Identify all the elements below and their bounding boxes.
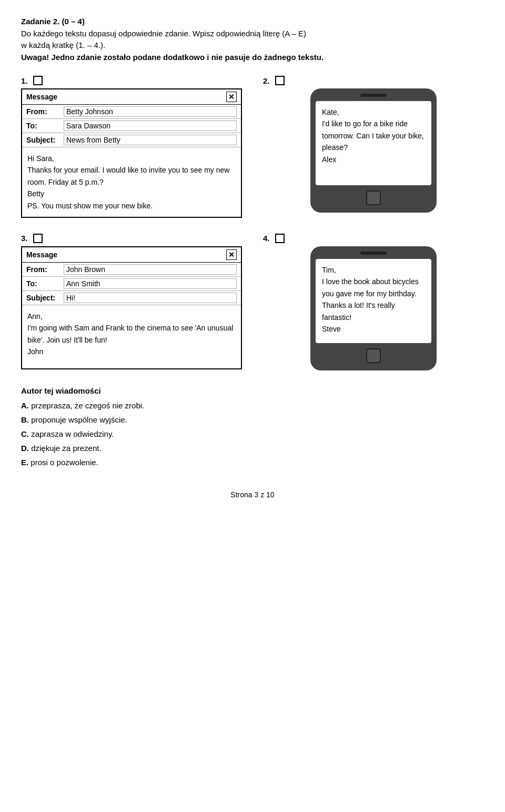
email-fields-1: From: Betty Johnson To: Sara Dawson Subj…	[22, 105, 241, 147]
to-label-3: To:	[26, 279, 60, 288]
email-from-row-3: From: John Brown	[22, 263, 241, 277]
item-3: 3. Message ✕ From: John Brown To: Ann Sm…	[21, 234, 242, 370]
item-1: 1. Message ✕ From: Betty Johnson To: Sar…	[21, 76, 242, 218]
task-warning: Uwaga! Jedno zdanie zostało podane dodat…	[21, 52, 484, 64]
item-2-label: 2.	[263, 76, 484, 85]
email-to-row-3: To: Ann Smith	[22, 277, 241, 291]
phone-outer-4: Tim, I love the book about bicycles you …	[310, 246, 437, 370]
answer-section-title: Autor tej wiadomości	[21, 386, 484, 395]
to-label-1: To:	[26, 122, 60, 130]
email-from-row-1: From: Betty Johnson	[22, 105, 241, 119]
email-fields-3: From: John Brown To: Ann Smith Subject: …	[22, 263, 241, 305]
to-value-3: Ann Smith	[64, 278, 237, 289]
email-title-3: Message	[26, 250, 57, 259]
phone-screen-2: Kate, I'd like to go for a bike ride tom…	[316, 101, 431, 185]
page-footer: Strona 3 z 10	[21, 490, 484, 499]
subject-label-3: Subject:	[26, 294, 60, 302]
email-title-1: Message	[26, 93, 57, 101]
from-label-3: From:	[26, 265, 60, 274]
items-grid: 1. Message ✕ From: Betty Johnson To: Sar…	[21, 76, 484, 370]
item-1-label: 1.	[21, 76, 242, 85]
phone-box-2: Kate, I'd like to go for a bike ride tom…	[263, 88, 484, 213]
answer-d: D. dziękuje za prezent.	[21, 441, 484, 455]
email-header-3: Message ✕	[22, 247, 241, 263]
email-to-row-1: To: Sara Dawson	[22, 119, 241, 133]
email-box-3: Message ✕ From: John Brown To: Ann Smith…	[21, 246, 242, 369]
phone-speaker-2	[360, 94, 387, 97]
phone-home-btn-2[interactable]	[366, 191, 381, 205]
email-subject-row-1: Subject: News from Betty	[22, 133, 241, 147]
email-close-1[interactable]: ✕	[226, 92, 237, 102]
subject-value-3: Hi!	[64, 293, 237, 303]
item-4: 4. Tim, I love the book about bicycles y…	[263, 234, 484, 370]
task-line1: Do każdego tekstu dopasuj odpowiednie zd…	[21, 28, 484, 40]
from-value-3: John Brown	[64, 264, 237, 275]
phone-outer-2: Kate, I'd like to go for a bike ride tom…	[310, 88, 437, 213]
email-body-1: Hi Sara, Thanks for your email. I would …	[22, 147, 241, 217]
email-subject-row-3: Subject: Hi!	[22, 291, 241, 305]
footer-text: Strona 3 z 10	[230, 490, 274, 499]
item-2: 2. Kate, I'd like to go for a bike ride …	[263, 76, 484, 218]
from-label-1: From:	[26, 107, 60, 116]
phone-home-btn-4[interactable]	[366, 348, 381, 363]
task-header: Zadanie 2. (0 – 4) Do każdego tekstu dop…	[21, 16, 484, 63]
item-1-checkbox[interactable]	[33, 76, 43, 85]
answer-c: C. zaprasza w odwiedziny.	[21, 427, 484, 441]
from-value-1: Betty Johnson	[64, 106, 237, 117]
email-header-1: Message ✕	[22, 89, 241, 105]
task-title: Zadanie 2. (0 – 4)	[21, 17, 85, 26]
answer-section: Autor tej wiadomości A. przeprasza, że c…	[21, 386, 484, 469]
item-3-checkbox[interactable]	[33, 234, 43, 243]
item-3-label: 3.	[21, 234, 242, 243]
item-2-checkbox[interactable]	[275, 76, 285, 85]
phone-speaker-4	[360, 252, 387, 255]
answer-list: A. przeprasza, że czegoś nie zrobi. B. p…	[21, 398, 484, 469]
task-line2: w każdą kratkę (1. – 4.).	[21, 39, 484, 52]
phone-screen-4: Tim, I love the book about bicycles you …	[316, 259, 431, 343]
email-box-1: Message ✕ From: Betty Johnson To: Sara D…	[21, 88, 242, 218]
item-4-checkbox[interactable]	[275, 234, 285, 243]
phone-box-4: Tim, I love the book about bicycles you …	[263, 246, 484, 370]
answer-a: A. przeprasza, że czegoś nie zrobi.	[21, 398, 484, 413]
email-body-3: Ann, I'm going with Sam and Frank to the…	[22, 305, 241, 368]
subject-label-1: Subject:	[26, 136, 60, 144]
email-close-3[interactable]: ✕	[226, 249, 237, 260]
answer-e: E. prosi o pozwolenie.	[21, 455, 484, 469]
to-value-1: Sara Dawson	[64, 121, 237, 131]
item-4-label: 4.	[263, 234, 484, 243]
subject-value-1: News from Betty	[64, 135, 237, 145]
answer-b: B. proponuje wspólne wyjście.	[21, 413, 484, 427]
